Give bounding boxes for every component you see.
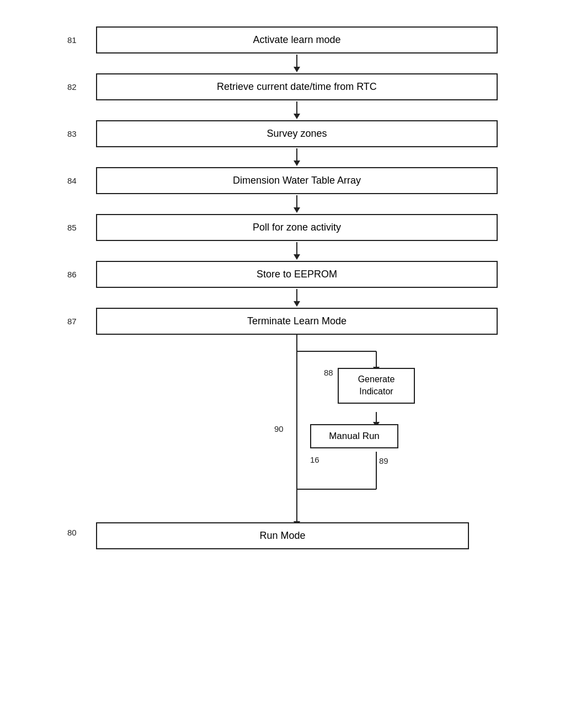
label-89: 89 xyxy=(379,456,388,465)
arrow-1 xyxy=(67,100,498,120)
step-label-87: 87 xyxy=(67,317,96,326)
step-box-87: Terminate Learn Mode xyxy=(96,308,498,335)
arrow-5 xyxy=(67,288,498,308)
step-row-86: 86Store to EEPROM xyxy=(67,261,498,288)
steps-container: 81Activate learn mode82Retrieve current … xyxy=(67,26,498,335)
step-box-81: Activate learn mode xyxy=(96,26,498,53)
label-16: 16 xyxy=(310,455,319,464)
step-row-83: 83Survey zones xyxy=(67,120,498,147)
step-row-85: 85Poll for zone activity xyxy=(67,214,498,241)
generate-indicator-box: GenerateIndicator xyxy=(338,368,415,404)
flowchart: 81Activate learn mode82Retrieve current … xyxy=(67,26,498,599)
label-80: 80 xyxy=(67,528,77,537)
step-row-81: 81Activate learn mode xyxy=(67,26,498,53)
arrow-4 xyxy=(67,241,498,261)
step-box-82: Retrieve current date/time from RTC xyxy=(96,73,498,100)
manual-run-box: Manual Run xyxy=(310,424,398,448)
run-mode-box: Run Mode xyxy=(96,522,469,549)
label-88: 88 xyxy=(324,368,333,377)
step-label-82: 82 xyxy=(67,82,96,92)
step-box-83: Survey zones xyxy=(96,120,498,147)
step-label-81: 81 xyxy=(67,35,96,45)
step-label-83: 83 xyxy=(67,129,96,138)
label-90: 90 xyxy=(274,424,284,433)
branch-section: GenerateIndicator88Manual Run901689Run M… xyxy=(67,335,498,566)
step-box-85: Poll for zone activity xyxy=(96,214,498,241)
step-row-87: 87Terminate Learn Mode xyxy=(67,308,498,335)
page-header xyxy=(0,0,565,15)
step-box-84: Dimension Water Table Array xyxy=(96,167,498,194)
step-row-84: 84Dimension Water Table Array xyxy=(67,167,498,194)
step-label-86: 86 xyxy=(67,270,96,279)
step-label-85: 85 xyxy=(67,223,96,232)
arrow-2 xyxy=(67,147,498,167)
step-box-86: Store to EEPROM xyxy=(96,261,498,288)
step-label-84: 84 xyxy=(67,176,96,185)
step-row-82: 82Retrieve current date/time from RTC xyxy=(67,73,498,100)
arrow-0 xyxy=(67,53,498,73)
arrow-3 xyxy=(67,194,498,214)
